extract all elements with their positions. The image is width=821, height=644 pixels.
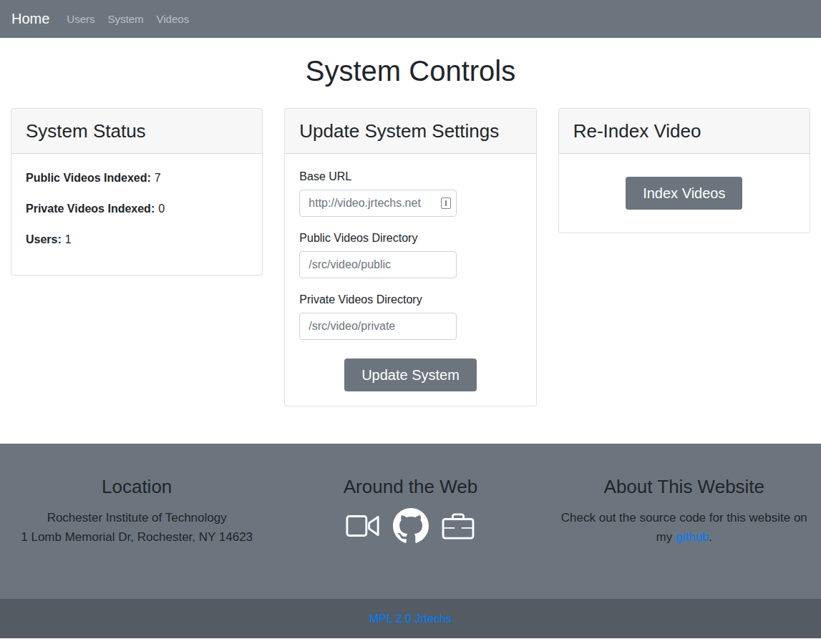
footer-icons	[281, 508, 540, 544]
reindex-title: Re-Index Video	[559, 109, 810, 154]
status-row-private: Private Videos Indexed:0	[26, 199, 248, 218]
footer-location-line1: Rochester Institute of Technology	[7, 508, 266, 527]
form-group-public-dir: Public Videos Directory	[299, 231, 521, 278]
public-dir-input-wrap	[299, 251, 457, 278]
footer-about-col: About This Website Check out the source …	[548, 475, 821, 599]
nav-item-users[interactable]: Users	[67, 13, 94, 25]
reindex-body: Index Videos	[559, 154, 810, 233]
private-dir-label: Private Videos Directory	[299, 293, 521, 307]
status-label: Public Videos Indexed:	[26, 172, 151, 184]
status-row-users: Users:1	[26, 230, 248, 249]
update-settings-card: Update System Settings Base URL Public V…	[284, 108, 536, 406]
footer-location-col: Location Rochester Institute of Technolo…	[0, 475, 273, 599]
form-group-private-dir: Private Videos Directory	[299, 293, 521, 340]
footer-web-title: Around the Web	[281, 475, 540, 498]
github-icon[interactable]	[393, 508, 429, 544]
license-link[interactable]: MPL 2.0 Jrtechs	[369, 613, 452, 625]
status-label: Private Videos Indexed:	[26, 203, 155, 215]
update-settings-title: Update System Settings	[285, 109, 535, 154]
footer-location-line2: 1 Lomb Memorial Dr, Rochester, NY 14623	[7, 527, 266, 547]
public-dir-label: Public Videos Directory	[299, 231, 521, 245]
system-status-card: System Status Public Videos Indexed:7 Pr…	[11, 108, 263, 275]
system-status-body: Public Videos Indexed:7 Private Videos I…	[11, 154, 262, 275]
status-value: 0	[158, 203, 165, 215]
briefcase-icon[interactable]	[442, 512, 475, 540]
status-label: Users:	[26, 233, 62, 245]
nav-item-videos[interactable]: Videos	[157, 13, 190, 25]
nav-brand-home[interactable]: Home	[11, 11, 49, 27]
update-system-button[interactable]: Update System	[344, 358, 477, 391]
base-url-label: Base URL	[299, 170, 521, 184]
video-icon[interactable]	[346, 512, 380, 540]
bottom-bar: MPL 2.0 Jrtechs	[0, 599, 821, 638]
index-videos-button[interactable]: Index Videos	[626, 177, 742, 210]
status-row-public: Public Videos Indexed:7	[26, 168, 248, 187]
base-url-input-wrap	[299, 190, 457, 217]
base-url-input[interactable]	[299, 190, 457, 217]
private-dir-input[interactable]	[299, 313, 457, 340]
github-link[interactable]: github	[676, 530, 709, 544]
footer-about-text: Check out the source code for this websi…	[555, 508, 814, 547]
page-title: System Controls	[0, 52, 821, 89]
nav-item-system[interactable]: System	[108, 13, 144, 25]
reindex-card: Re-Index Video Index Videos	[558, 108, 810, 233]
public-dir-input[interactable]	[299, 251, 457, 278]
status-value: 1	[65, 233, 72, 245]
about-text-after: .	[709, 530, 712, 544]
cards-row: System Status Public Videos Indexed:7 Pr…	[0, 108, 821, 406]
update-settings-body: Base URL Public Videos Directory Private…	[285, 154, 535, 406]
footer-about-title: About This Website	[555, 475, 814, 498]
form-group-base-url: Base URL	[299, 170, 521, 217]
footer: Location Rochester Institute of Technolo…	[0, 444, 821, 599]
navbar: Home Users System Videos	[0, 0, 821, 38]
private-dir-input-wrap	[299, 313, 457, 340]
status-value: 7	[155, 172, 161, 184]
footer-location-title: Location	[7, 475, 266, 498]
input-autofill-icon	[441, 197, 451, 209]
system-status-title: System Status	[11, 109, 262, 154]
footer-web-col: Around the Web	[273, 475, 547, 599]
